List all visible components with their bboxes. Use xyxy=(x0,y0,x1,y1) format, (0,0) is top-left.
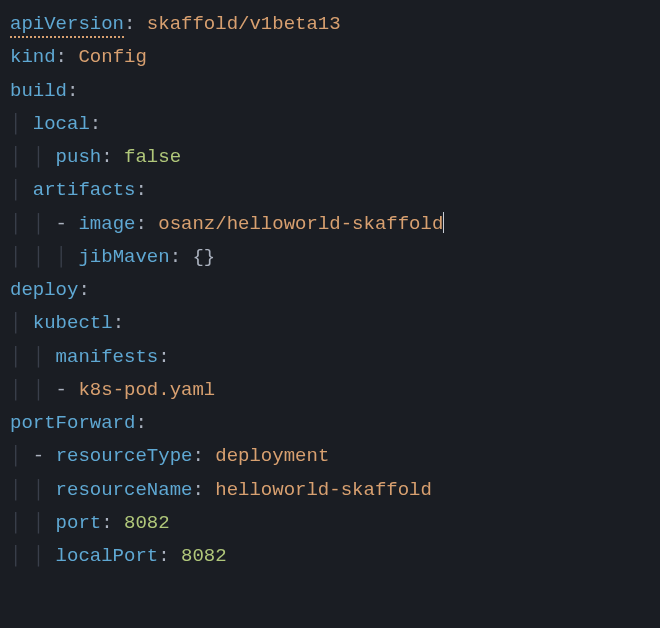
code-line: deploy: xyxy=(10,274,650,307)
yaml-key: kind xyxy=(10,46,56,68)
yaml-string: Config xyxy=(78,46,146,68)
yaml-key: localPort xyxy=(56,545,159,567)
yaml-string: helloworld-skaffold xyxy=(215,479,432,501)
code-line: │ │ - k8s-pod.yaml xyxy=(10,374,650,407)
yaml-string: osanz/helloworld-skaffold xyxy=(158,213,443,235)
yaml-string: k8s-pod.yaml xyxy=(78,379,215,401)
yaml-dash: - xyxy=(56,379,79,401)
yaml-number: 8082 xyxy=(181,545,227,567)
text-cursor xyxy=(443,212,444,233)
yaml-number: 8082 xyxy=(124,512,170,534)
indent-guide: │ xyxy=(10,179,33,201)
code-line: │ - resourceType: deployment xyxy=(10,440,650,473)
yaml-key: resourceType xyxy=(56,445,193,467)
code-line: │ │ resourceName: helloworld-skaffold xyxy=(10,474,650,507)
indent-guide: │ │ │ xyxy=(10,246,78,268)
indent-guide: │ xyxy=(10,312,33,334)
code-line: │ artifacts: xyxy=(10,174,650,207)
code-line: │ │ manifests: xyxy=(10,341,650,374)
yaml-string: deployment xyxy=(215,445,329,467)
yaml-key: kubectl xyxy=(33,312,113,334)
code-line: │ kubectl: xyxy=(10,307,650,340)
indent-guide: │ xyxy=(10,113,33,135)
code-line: kind: Config xyxy=(10,41,650,74)
indent-guide: │ xyxy=(10,445,33,467)
indent-guide: │ │ xyxy=(10,512,56,534)
code-line: build: xyxy=(10,75,650,108)
code-line: │ │ - image: osanz/helloworld-skaffold xyxy=(10,208,650,241)
yaml-key: local xyxy=(33,113,90,135)
indent-guide: │ │ xyxy=(10,479,56,501)
yaml-key: push xyxy=(56,146,102,168)
indent-guide: │ │ xyxy=(10,545,56,567)
indent-guide: │ │ xyxy=(10,146,56,168)
code-line: │ │ port: 8082 xyxy=(10,507,650,540)
yaml-key: port xyxy=(56,512,102,534)
code-line: apiVersion: skaffold/v1beta13 xyxy=(10,8,650,41)
yaml-key: artifacts xyxy=(33,179,136,201)
yaml-key: jibMaven xyxy=(78,246,169,268)
code-line: │ │ localPort: 8082 xyxy=(10,540,650,573)
yaml-key: portForward xyxy=(10,412,135,434)
yaml-key: manifests xyxy=(56,346,159,368)
code-block: apiVersion: skaffold/v1beta13 kind: Conf… xyxy=(10,8,650,573)
yaml-dash: - xyxy=(33,445,56,467)
code-line: │ local: xyxy=(10,108,650,141)
indent-guide: │ │ xyxy=(10,379,56,401)
indent-guide: │ │ xyxy=(10,213,56,235)
yaml-dash: - xyxy=(56,213,79,235)
yaml-key: apiVersion xyxy=(10,13,124,38)
yaml-string: skaffold/v1beta13 xyxy=(147,13,341,35)
code-line: portForward: xyxy=(10,407,650,440)
yaml-key: image xyxy=(78,213,135,235)
yaml-brace: {} xyxy=(192,246,215,268)
yaml-key: deploy xyxy=(10,279,78,301)
yaml-key: resourceName xyxy=(56,479,193,501)
indent-guide: │ │ xyxy=(10,346,56,368)
code-line: │ │ push: false xyxy=(10,141,650,174)
yaml-key: build xyxy=(10,80,67,102)
yaml-bool: false xyxy=(124,146,181,168)
code-line: │ │ │ jibMaven: {} xyxy=(10,241,650,274)
